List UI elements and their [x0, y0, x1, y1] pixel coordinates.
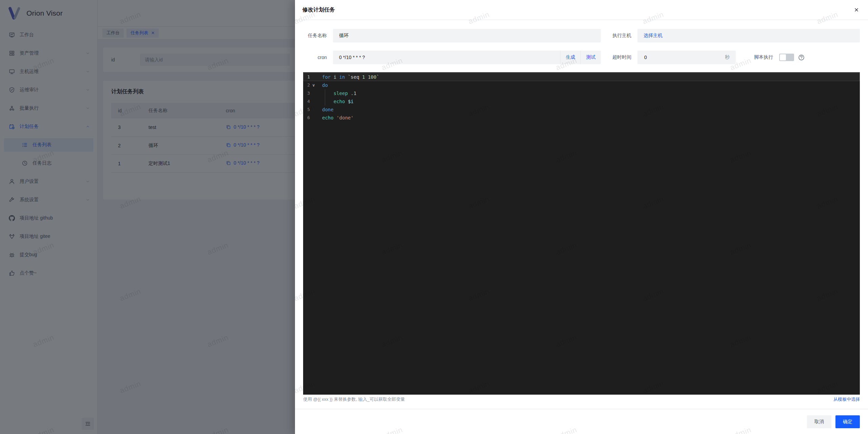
help-icon[interactable]: [798, 54, 805, 61]
ok-button[interactable]: 确定: [835, 415, 860, 428]
cron-input-group: 生成 测试: [333, 51, 601, 64]
line-number: 3: [303, 89, 310, 97]
timeout-unit: 秒: [725, 54, 730, 60]
exec-host-field: 选择主机: [637, 29, 860, 42]
select-host-link[interactable]: 选择主机: [644, 33, 663, 39]
line-number: 4: [303, 97, 310, 106]
task-name-label: 任务名称: [303, 33, 327, 39]
cron-generate-button[interactable]: 生成: [560, 51, 580, 64]
code-text: done: [317, 106, 334, 114]
code-text: for i in `seq 1 100`: [317, 73, 379, 81]
task-name-input[interactable]: [333, 29, 601, 42]
timeout-field: 秒: [637, 51, 736, 64]
modal-title: 修改计划任务: [302, 6, 335, 14]
modal-footer: 取消 确定: [295, 409, 868, 434]
editor-hint-row: 使用 @{{ xxx }} 来替换参数, 输入_可以获取全部变量 从模板中选择: [303, 396, 860, 402]
cron-input[interactable]: [333, 51, 560, 64]
form-row-1: 任务名称 执行主机 选择主机: [303, 29, 860, 42]
timeout-label: 超时时间: [608, 54, 631, 60]
select-from-template-link[interactable]: 从模板中选择: [833, 396, 860, 402]
code-line-1: 1for i in `seq 1 100`: [303, 73, 860, 81]
code-text: do: [317, 81, 328, 89]
fold-gutter: [310, 97, 317, 106]
fold-gutter: [310, 73, 317, 81]
code-line-3: 3 sleep .1: [303, 89, 860, 97]
cancel-button[interactable]: 取消: [807, 415, 831, 428]
code-line-5: 5done: [303, 106, 860, 114]
code-line-2: 2∨do: [303, 81, 860, 89]
fold-gutter: [310, 106, 317, 114]
edit-task-modal: 修改计划任务 任务名称 执行主机 选择主机 cron 生成 测试 超时时间: [295, 0, 868, 434]
exec-host-label: 执行主机: [608, 33, 631, 39]
code-line-6: 6echo 'done': [303, 114, 860, 122]
line-number: 2: [303, 81, 310, 89]
code-lines: 1for i in `seq 1 100`2∨do3 sleep .14 ech…: [303, 73, 860, 122]
script-editor[interactable]: 1for i in `seq 1 100`2∨do3 sleep .14 ech…: [303, 72, 860, 395]
form-row-2: cron 生成 测试 超时时间 秒 脚本执行: [303, 51, 860, 64]
line-number: 5: [303, 106, 310, 114]
modal-header: 修改计划任务: [295, 0, 868, 20]
script-exec-toggle[interactable]: [779, 54, 794, 61]
close-icon[interactable]: [854, 7, 859, 13]
cron-test-button[interactable]: 测试: [580, 51, 601, 64]
toggle-knob: [780, 54, 786, 60]
code-text: echo 'done': [317, 114, 354, 122]
modal-body: 任务名称 执行主机 选择主机 cron 生成 测试 超时时间 秒 脚本执行: [295, 20, 868, 402]
indent-guide: [325, 89, 325, 106]
fold-gutter: [310, 89, 317, 97]
script-exec-label: 脚本执行: [743, 54, 773, 60]
code-line-4: 4 echo $i: [303, 97, 860, 106]
line-number: 1: [303, 73, 310, 81]
timeout-input[interactable]: [644, 54, 725, 60]
cron-label: cron: [303, 55, 327, 60]
fold-icon[interactable]: ∨: [310, 81, 317, 89]
line-number: 6: [303, 114, 310, 122]
parameter-hint: 使用 @{{ xxx }} 来替换参数, 输入_可以获取全部变量: [303, 396, 405, 402]
fold-gutter: [310, 114, 317, 122]
code-text: echo $i: [317, 97, 354, 106]
code-text: sleep .1: [317, 89, 356, 97]
